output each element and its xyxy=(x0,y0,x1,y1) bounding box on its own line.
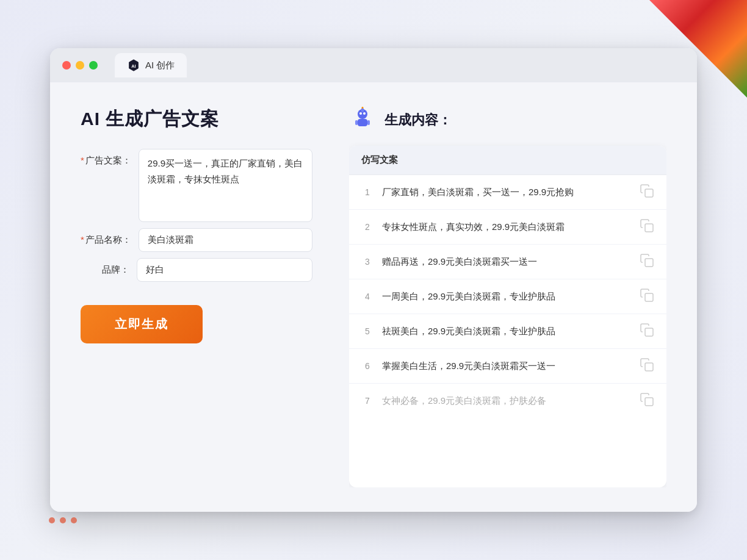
brand-label: 品牌： xyxy=(81,258,129,276)
row-number: 5 xyxy=(361,326,374,336)
svg-rect-3 xyxy=(358,119,367,126)
copy-icon[interactable] xyxy=(640,357,654,375)
robot-icon xyxy=(349,107,376,134)
svg-rect-16 xyxy=(645,328,653,336)
table-row: 6掌握美白生活，29.9元美白淡斑霜买一送一 xyxy=(349,349,666,384)
brand-input[interactable] xyxy=(137,258,312,282)
row-text: 祛斑美白，29.9元美白淡斑霜，专业护肤品 xyxy=(382,325,631,339)
row-text: 赠品再送，29.9元美白淡斑霜买一送一 xyxy=(382,255,631,269)
svg-rect-18 xyxy=(645,398,653,406)
svg-rect-13 xyxy=(645,224,653,232)
required-star-1: * xyxy=(81,155,84,165)
ai-tab-icon: AI xyxy=(127,59,140,72)
results-title: 生成内容： xyxy=(384,111,452,129)
row-text: 女神必备，29.9元美白淡斑霜，护肤必备 xyxy=(382,394,631,408)
product-name-row: *产品名称： xyxy=(81,228,312,252)
close-button[interactable] xyxy=(62,61,71,70)
ad-copy-label: *广告文案： xyxy=(81,149,131,167)
results-table: 仿写文案 1厂家直销，美白淡斑霜，买一送一，29.9元抢购2专抹女性斑点，真实功… xyxy=(349,146,666,487)
copy-icon[interactable] xyxy=(640,392,654,409)
table-row: 2专抹女性斑点，真实功效，29.9元美白淡斑霜 xyxy=(349,210,666,245)
svg-rect-15 xyxy=(645,293,653,301)
svg-text:AI: AI xyxy=(131,63,135,69)
table-header: 仿写文案 xyxy=(349,146,666,175)
row-text: 厂家直销，美白淡斑霜，买一送一，29.9元抢购 xyxy=(382,185,631,199)
product-name-label: *产品名称： xyxy=(81,228,131,246)
form-group: *广告文案： 29.9买一送一，真正的厂家直销，美白淡斑霜，专抹女性斑点 *产品… xyxy=(81,149,312,282)
browser-content: AI 生成广告文案 *广告文案： 29.9买一送一，真正的厂家直销，美白淡斑霜，… xyxy=(50,82,697,512)
table-row: 1厂家直销，美白淡斑霜，买一送一，29.9元抢购 xyxy=(349,175,666,210)
svg-rect-12 xyxy=(645,189,653,197)
table-row: 3赠品再送，29.9元美白淡斑霜买一送一 xyxy=(349,245,666,279)
dot-2 xyxy=(60,517,66,523)
row-text: 掌握美白生活，29.9元美白淡斑霜买一送一 xyxy=(382,359,631,373)
svg-point-6 xyxy=(359,112,362,115)
dot-1 xyxy=(49,517,55,523)
tab-label: AI 创作 xyxy=(145,60,175,71)
left-panel: AI 生成广告文案 *广告文案： 29.9买一送一，真正的厂家直销，美白淡斑霜，… xyxy=(81,107,312,487)
results-header: 生成内容： xyxy=(349,107,666,134)
generate-button[interactable]: 立即生成 xyxy=(81,305,203,343)
row-number: 3 xyxy=(361,257,374,267)
browser-titlebar: AI AI 创作 xyxy=(50,48,697,82)
browser-window: AI AI 创作 AI 生成广告文案 *广告文案： 29.9买一送一，真正的厂家… xyxy=(50,48,697,512)
table-row: 4一周美白，29.9元美白淡斑霜，专业护肤品 xyxy=(349,279,666,314)
copy-icon[interactable] xyxy=(640,323,654,340)
product-name-input[interactable] xyxy=(139,228,312,252)
table-row: 5祛斑美白，29.9元美白淡斑霜，专业护肤品 xyxy=(349,314,666,349)
svg-rect-4 xyxy=(355,120,358,125)
row-number: 1 xyxy=(361,187,374,197)
copy-icon[interactable] xyxy=(640,184,654,201)
table-row: 7女神必备，29.9元美白淡斑霜，护肤必备 xyxy=(349,384,666,418)
dot-3 xyxy=(71,517,77,523)
ai-tab[interactable]: AI AI 创作 xyxy=(115,53,187,77)
svg-rect-17 xyxy=(645,363,653,371)
copy-icon[interactable] xyxy=(640,288,654,305)
row-number: 7 xyxy=(361,396,374,406)
row-text: 专抹女性斑点，真实功效，29.9元美白淡斑霜 xyxy=(382,220,631,234)
svg-rect-5 xyxy=(367,120,370,125)
dots-decoration xyxy=(49,517,77,523)
copy-icon[interactable] xyxy=(640,253,654,270)
results-rows-container: 1厂家直销，美白淡斑霜，买一送一，29.9元抢购2专抹女性斑点，真实功效，29.… xyxy=(349,175,666,418)
required-star-2: * xyxy=(81,234,84,245)
copy-icon[interactable] xyxy=(640,218,654,235)
svg-point-11 xyxy=(362,107,364,109)
ad-copy-input[interactable]: 29.9买一送一，真正的厂家直销，美白淡斑霜，专抹女性斑点 xyxy=(139,149,312,222)
minimize-button[interactable] xyxy=(76,61,84,70)
row-number: 4 xyxy=(361,292,374,301)
maximize-button[interactable] xyxy=(89,61,98,70)
row-number: 2 xyxy=(361,222,374,232)
row-number: 6 xyxy=(361,361,374,371)
svg-point-7 xyxy=(363,112,366,115)
page-title: AI 生成广告文案 xyxy=(81,107,312,132)
row-text: 一周美白，29.9元美白淡斑霜，专业护肤品 xyxy=(382,290,631,304)
svg-rect-14 xyxy=(645,259,653,267)
right-panel: 生成内容： 仿写文案 1厂家直销，美白淡斑霜，买一送一，29.9元抢购2专抹女性… xyxy=(349,107,666,487)
traffic-lights xyxy=(62,61,98,70)
ad-copy-row: *广告文案： 29.9买一送一，真正的厂家直销，美白淡斑霜，专抹女性斑点 xyxy=(81,149,312,222)
brand-row: 品牌： xyxy=(81,258,312,282)
